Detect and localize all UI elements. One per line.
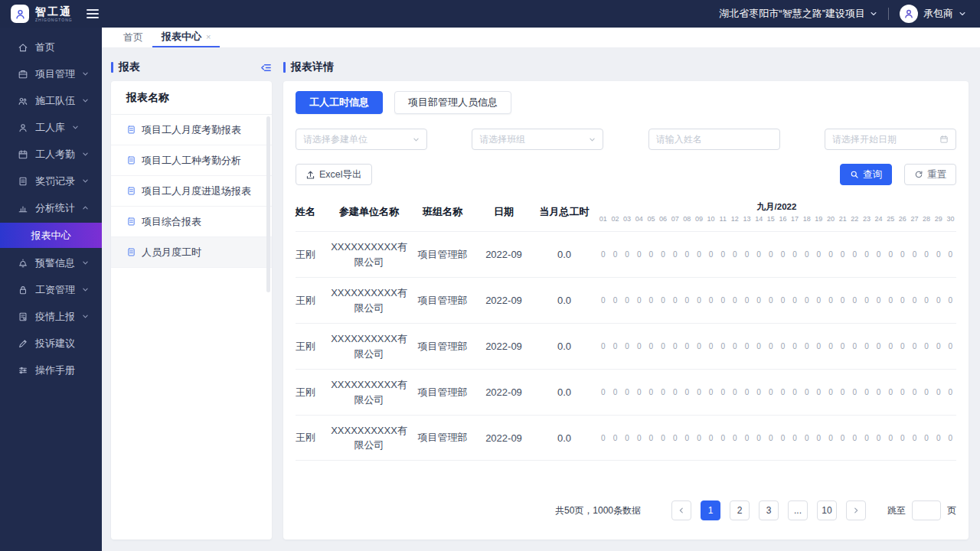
day-value-cell: 0 xyxy=(789,388,801,396)
day-value-cell: 0 xyxy=(813,250,825,259)
chevron-down-icon xyxy=(959,10,966,18)
report-panel-title: 报表 xyxy=(119,60,140,74)
page-jump-input[interactable] xyxy=(912,500,941,520)
project-icon xyxy=(18,69,28,80)
document-icon xyxy=(18,176,28,187)
day-column-header: 19 xyxy=(813,215,825,223)
day-value-cell: 0 xyxy=(909,434,921,442)
user-menu[interactable]: 承包商 xyxy=(900,5,966,23)
report-list-item[interactable]: 项目工人工种考勤分析 xyxy=(111,145,272,176)
project-selector-label: 湖北省枣阳市“智慧之路”建设项目 xyxy=(719,7,865,21)
page-button-2[interactable]: 2 xyxy=(730,500,750,520)
sidebar-item-label: 报表中心 xyxy=(31,229,71,243)
table-body: 王刚XXXXXXXXXX有限公司项目管理部2022-090.0000000000… xyxy=(296,231,956,461)
table-row: 王刚XXXXXXXXXX有限公司项目管理部2022-090.0000000000… xyxy=(296,323,956,369)
user-role-label: 承包商 xyxy=(923,7,953,21)
day-value-cell: 0 xyxy=(884,296,897,305)
sidebar-item-project-management[interactable]: 项目管理 xyxy=(0,60,102,87)
search-icon xyxy=(850,170,859,179)
detail-tab-worker-hours[interactable]: 工人工时信息 xyxy=(296,91,383,114)
report-list-item[interactable]: 项目综合报表 xyxy=(111,207,272,237)
day-value-cell: 0 xyxy=(813,388,825,396)
day-value-cell: 0 xyxy=(884,388,897,396)
sidebar-item-worker-library[interactable]: 工人库 xyxy=(0,114,102,141)
query-button[interactable]: 查询 xyxy=(840,164,892,185)
day-value-cell: 0 xyxy=(789,296,801,305)
sidebar-item-analysis-statistics[interactable]: 分析统计 xyxy=(0,194,102,221)
day-value-cell: 0 xyxy=(909,250,921,259)
day-value-cell: 0 xyxy=(945,388,957,396)
sidebar-item-report-center[interactable]: 报表中心 xyxy=(0,223,102,248)
day-value-cell: 0 xyxy=(945,250,957,259)
jump-unit-label: 页 xyxy=(947,504,956,517)
day-value-cell: 0 xyxy=(645,296,658,305)
cell-team: 项目管理部 xyxy=(409,248,476,262)
sidebar-item-salary-management[interactable]: 工资管理 xyxy=(0,276,102,303)
day-column-header: 21 xyxy=(837,215,849,223)
day-value-cell: 0 xyxy=(933,296,945,305)
page-ellipsis-button[interactable]: ... xyxy=(788,500,808,520)
excel-export-button[interactable]: Excel导出 xyxy=(296,164,372,185)
day-value-cell: 0 xyxy=(597,434,609,442)
day-column-header: 06 xyxy=(657,215,669,223)
day-value-cell: 0 xyxy=(777,388,789,396)
detail-panel-title-row: 报表详情 xyxy=(283,60,969,74)
day-value-cell: 0 xyxy=(633,250,645,259)
next-page-button[interactable] xyxy=(846,500,866,520)
sidebar-item-home[interactable]: 首页 xyxy=(0,34,102,60)
page-button-label: 2 xyxy=(737,505,743,516)
page-tab-home[interactable]: 首页 xyxy=(114,28,152,47)
prev-page-button[interactable] xyxy=(671,500,691,520)
day-value-cell: 0 xyxy=(933,342,945,350)
hamburger-menu-icon[interactable] xyxy=(87,9,99,18)
sidebar-item-label: 项目管理 xyxy=(35,67,75,81)
day-value-cell: 0 xyxy=(884,434,897,442)
day-column-header: 13 xyxy=(741,215,753,223)
sidebar-item-operation-manual[interactable]: 操作手册 xyxy=(0,357,102,383)
day-value-cell: 0 xyxy=(669,388,681,396)
sidebar-item-label: 预警信息 xyxy=(35,256,75,270)
close-tab-icon[interactable]: × xyxy=(206,32,211,41)
page-tab-report-center[interactable]: 报表中心× xyxy=(152,28,220,47)
reset-button[interactable]: 重置 xyxy=(904,164,956,185)
day-value-cell: 0 xyxy=(669,342,681,350)
filter-name-input[interactable]: 请输入姓名 xyxy=(648,129,780,150)
chevron-down-icon xyxy=(82,97,89,104)
report-list-item[interactable]: 人员月度工时 xyxy=(111,237,272,268)
day-column-header: 12 xyxy=(729,215,741,223)
page-button-10[interactable]: 10 xyxy=(817,500,837,520)
scrollbar[interactable] xyxy=(266,116,270,292)
cell-name: 王刚 xyxy=(296,431,329,445)
report-list-panel: 报表 报表名称 项目工人月度考勤报表项目工人工种考勤分析项目工人月度进退场报表项… xyxy=(111,48,272,540)
cell-company: XXXXXXXXXX有限公司 xyxy=(329,377,409,407)
page-button-1[interactable]: 1 xyxy=(701,500,720,520)
filter-unit-select[interactable]: 请选择参建单位 xyxy=(296,129,427,150)
day-column-header: 26 xyxy=(897,215,909,223)
sidebar-item-construction-teams[interactable]: 施工队伍 xyxy=(0,87,102,114)
cell-team: 项目管理部 xyxy=(409,431,476,445)
sidebar: 首页项目管理施工队伍工人库工人考勤奖罚记录分析统计报表中心预警信息工资管理疫情上… xyxy=(0,28,102,551)
sidebar-item-reward-penalty-records[interactable]: 奖罚记录 xyxy=(0,168,102,194)
sidebar-item-complaints-suggestions[interactable]: 投诉建议 xyxy=(0,330,102,357)
page-button-label: 3 xyxy=(766,505,772,516)
team-icon xyxy=(18,96,28,106)
filter-team-select[interactable]: 请选择班组 xyxy=(472,129,603,150)
cell-date: 2022-09 xyxy=(476,432,531,444)
sidebar-item-label: 操作手册 xyxy=(35,364,75,377)
collapse-panel-icon[interactable] xyxy=(260,62,272,73)
sidebar-item-alert-info[interactable]: 预警信息 xyxy=(0,249,102,276)
day-value-cell: 0 xyxy=(621,434,633,442)
sidebar-item-epidemic-report[interactable]: 疫情上报 xyxy=(0,303,102,330)
report-list-item[interactable]: 项目工人月度考勤报表 xyxy=(111,115,272,145)
day-column-header: 05 xyxy=(645,215,658,223)
report-list-item[interactable]: 项目工人月度进退场报表 xyxy=(111,176,272,207)
chevron-left-icon xyxy=(678,507,685,514)
cell-team: 项目管理部 xyxy=(409,386,476,399)
page-button-3[interactable]: 3 xyxy=(759,500,779,520)
project-selector[interactable]: 湖北省枣阳市“智慧之路”建设项目 xyxy=(719,7,877,21)
sidebar-item-worker-attendance[interactable]: 工人考勤 xyxy=(0,141,102,168)
report-doc-icon xyxy=(126,186,136,196)
detail-tab-dept-managers[interactable]: 项目部管理人员信息 xyxy=(394,91,511,114)
cell-date: 2022-09 xyxy=(476,341,531,352)
filter-start-date-picker[interactable]: 请选择开始日期 xyxy=(825,129,956,150)
